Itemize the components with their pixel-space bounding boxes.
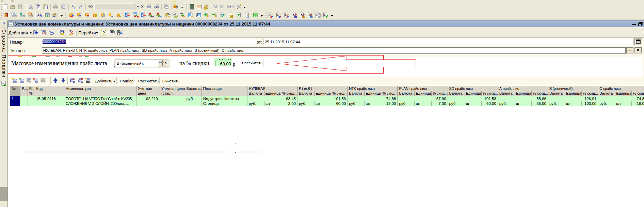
svg-text:?: ? — [176, 5, 178, 10]
svg-text:А: А — [81, 81, 83, 83]
svg-text:Σ: Σ — [308, 13, 311, 17]
svg-text:Я: Я — [81, 78, 83, 80]
svg-text:Σ: Σ — [293, 13, 295, 17]
svg-text:?: ? — [102, 30, 105, 35]
svg-text:Σ: Σ — [301, 13, 303, 17]
svg-text:ОК: ОК — [43, 81, 46, 83]
svg-text:А: А — [73, 78, 75, 80]
svg-text:S: S — [47, 15, 48, 17]
svg-text:Я: Я — [73, 81, 75, 83]
